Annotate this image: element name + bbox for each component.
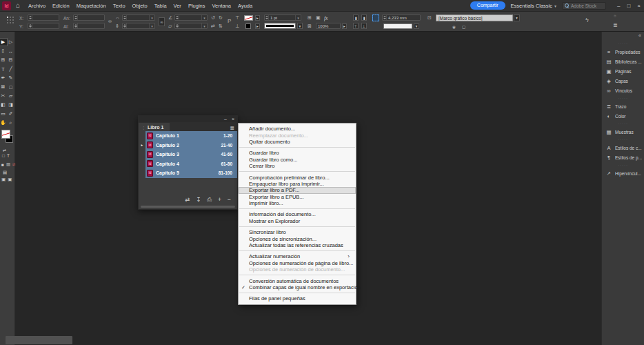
remove-document-button[interactable]: − [228, 197, 231, 203]
rotation-angle-field[interactable]: ▾ [174, 14, 208, 21]
menu-item[interactable]: Opciones de numeración de documento... [239, 266, 356, 273]
panel-close-button[interactable]: × [232, 117, 234, 121]
menu-item[interactable]: Maquetación [73, 3, 110, 9]
book-document-row[interactable]: Id Capítulo 3 41-60 [139, 150, 237, 159]
frame-tool[interactable]: ⊠ [0, 83, 7, 90]
dock-estilos-parrafo[interactable]: ¶ Estilos de p... [602, 153, 644, 162]
stroke-style-dropdown[interactable] [264, 23, 296, 29]
menu-item[interactable]: Guardar libro [239, 150, 356, 156]
scale-x-field[interactable]: ▾ [122, 14, 155, 21]
horizontal-scrollbar-thumb[interactable] [6, 336, 72, 344]
fill-frame-proportionally-icon[interactable]: ⊞ [308, 15, 312, 21]
pen-tool[interactable]: ✒ [0, 75, 7, 81]
menu-item[interactable]: Añadir documento... [239, 126, 356, 132]
print-book-button[interactable]: ⎙ [207, 197, 212, 203]
wrap-bounding-icon[interactable]: ▮ [361, 14, 367, 21]
dock-color[interactable]: ◐ Color [602, 112, 644, 121]
constrain-scale-icon[interactable]: ∞ [159, 17, 165, 26]
menu-item[interactable]: Sincronizar libro [239, 229, 356, 235]
menu-item[interactable]: Exportar libro a EPUB... [239, 194, 356, 200]
shear-angle-field[interactable]: ▾ [174, 23, 208, 29]
book-document-row[interactable]: Id Capítulo 5 81-100 [139, 168, 237, 178]
menu-item[interactable]: Archivo [25, 3, 49, 9]
corner-shape-swatch[interactable] [383, 23, 412, 29]
opacity-field[interactable]: 100% [316, 23, 341, 29]
fill-color-menu[interactable]: ▸ [255, 23, 260, 29]
opacity-menu[interactable]: ▸ [342, 23, 347, 29]
dock-bibliotecas[interactable]: ▤ Bibliotecas ... [602, 57, 644, 66]
restore-button[interactable]: □ [627, 3, 630, 9]
menu-item[interactable]: ✓ Combinar capas de igual nombre en expo… [239, 284, 356, 290]
scissors-tool[interactable]: ✂ [0, 92, 7, 99]
dock-hipervinculos[interactable]: ↗ Hipervíncul... [602, 169, 644, 178]
note-tool[interactable]: ▭ [0, 110, 7, 117]
type-tool[interactable]: T [0, 66, 7, 72]
quick-actions-icon[interactable]: ϟ [585, 17, 589, 23]
menu-item[interactable]: Actualizar todas las referencias cruzada… [239, 242, 356, 248]
content-collector-tool[interactable]: ⊞ [0, 57, 7, 63]
menu-item[interactable]: Exportar libro a PDF... [239, 187, 356, 193]
menu-item[interactable]: Comprobación preliminar de libro... [239, 174, 356, 180]
align-bottom-icon[interactable]: ⊥ [235, 23, 239, 29]
menu-item[interactable]: Opciones de sincronización... [239, 235, 356, 241]
menu-item[interactable]: Mostrar en Explorador [239, 218, 356, 224]
stroke-weight-field[interactable]: 1 pt ▾ [264, 14, 301, 21]
stroke-color-menu[interactable]: ▸ [255, 15, 260, 21]
corner-options-icon[interactable] [372, 14, 379, 21]
pencil-tool[interactable]: ✎ [8, 75, 14, 81]
screen-mode-button[interactable]: ▤ [3, 170, 7, 175]
control-bar-menu-icon[interactable]: ≣ [613, 23, 618, 28]
collapse-dock-icon[interactable]: « [638, 33, 641, 38]
formatting-affects-text-icon[interactable]: T [7, 153, 10, 158]
wrap-none-icon[interactable]: ▮ [353, 14, 359, 21]
menu-item[interactable]: Imprimir libro... [239, 200, 356, 206]
style-override-icon[interactable]: ◉ [452, 24, 456, 30]
menu-item[interactable]: Quitar documento [239, 139, 356, 145]
hand-tool[interactable]: ✋ [0, 119, 7, 126]
menu-item[interactable]: Filas de panel pequeñas [239, 295, 356, 302]
gradient-feather-tool[interactable]: ◨ [8, 101, 14, 108]
help-icon[interactable]: ○ [614, 13, 616, 19]
dock-vinculos[interactable]: ∞ Vínculos [602, 86, 644, 95]
gap-tool[interactable]: ↔ [8, 48, 14, 55]
save-book-button[interactable]: ↧ [196, 197, 201, 203]
menu-item[interactable]: Actualizar numeración › [239, 253, 356, 259]
width-field[interactable] [73, 14, 105, 21]
menu-item[interactable]: Objeto [129, 3, 151, 9]
fill-color-swatch[interactable] [245, 23, 251, 29]
page-tool[interactable]: ▯ [0, 48, 7, 55]
menu-item[interactable]: Plugins [185, 3, 209, 9]
menu-item[interactable]: Información del documento... [239, 211, 356, 217]
adobe-stock-search[interactable]: Adobe Stock [562, 2, 606, 10]
menu-item[interactable]: Ver [170, 3, 185, 9]
apply-gradient-button[interactable]: ▥ [6, 161, 10, 167]
reference-point-grid[interactable] [7, 17, 14, 24]
minimize-button[interactable]: – [617, 3, 620, 9]
scale-y-field[interactable]: ▾ [122, 23, 155, 29]
eyedropper-tool[interactable]: ✐ [8, 110, 14, 117]
stroke-style-menu[interactable]: ▾ [297, 23, 303, 29]
dock-estilos-caracter[interactable]: A Estilos de c... [602, 144, 644, 152]
menu-item[interactable]: Cerrar libro [239, 163, 356, 169]
fill-swatch-none[interactable] [1, 130, 10, 139]
dock-muestras[interactable]: ▦ Muestras [602, 128, 644, 137]
flip-horizontal-button[interactable]: ⇄ [211, 23, 215, 29]
gradient-swatch-tool[interactable]: ◧ [0, 101, 7, 108]
free-transform-tool[interactable]: ▱ [8, 92, 14, 99]
y-position-field[interactable] [28, 23, 59, 29]
panel-minimize-button[interactable]: – [224, 117, 227, 121]
apply-color-button[interactable]: ■ [1, 162, 4, 167]
dock-trazo[interactable]: ≣ Trazo [602, 102, 644, 111]
menu-item[interactable]: Reemplazar documento... [239, 132, 356, 138]
menu-item[interactable]: Tabla [151, 3, 170, 9]
panel-menu-icon[interactable]: ≣ [230, 126, 237, 131]
menu-item[interactable]: Conversión automática de documentos [239, 277, 356, 284]
corner-radius-field[interactable]: 4,233 mm [382, 14, 421, 21]
menu-item[interactable]: Empaquetar libro para imprimir... [239, 181, 356, 187]
share-button[interactable]: Compartir [470, 1, 505, 10]
object-style-dropdown[interactable]: [Marco gráfico básico] [436, 14, 513, 21]
rotate-cw-button[interactable]: ↻ [219, 15, 223, 21]
menu-item[interactable]: Ventana [208, 3, 234, 9]
workspace-switcher[interactable]: Essentials Classic ▾ [511, 3, 556, 9]
dock-capas[interactable]: ◈ Capas [602, 77, 644, 86]
